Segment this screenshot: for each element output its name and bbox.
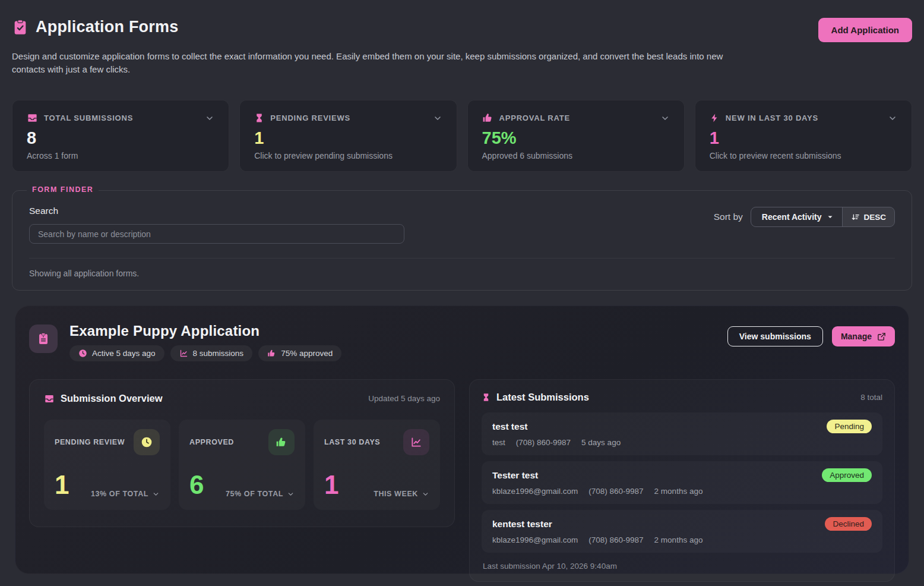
approved-badge: 75% approved (258, 345, 341, 361)
latest-title: Latest Submissions (496, 392, 589, 403)
inbox-icon (27, 112, 38, 124)
submission-meta-email: test (492, 438, 505, 447)
submission-meta-phone: (708) 860-9987 (588, 535, 643, 544)
mini-value: 6 (189, 472, 204, 498)
thumbs-up-icon (268, 429, 295, 455)
submissions-badge: 8 submissions (170, 345, 253, 361)
inbox-icon (44, 393, 55, 404)
thumbs-up-icon (482, 112, 493, 124)
stat-subtext: Approved 6 submissions (482, 151, 670, 160)
stat-card-new-last-30-days[interactable]: NEW IN LAST 30 DAYS 1 Click to preview r… (695, 100, 912, 172)
stat-card-total-submissions[interactable]: TOTAL SUBMISSIONS 8 Across 1 form (12, 100, 229, 172)
active-badge: Active 5 days ago (69, 345, 164, 361)
submission-meta-time: 2 months ago (654, 487, 703, 496)
stat-card-approval-rate[interactable]: APPROVAL RATE 75% Approved 6 submissions (467, 100, 685, 172)
search-block: Search (29, 206, 404, 244)
stat-label: TOTAL SUBMISSIONS (44, 114, 133, 122)
finder-status-text: Showing all application forms. (29, 269, 895, 278)
status-badge: Pending (827, 420, 872, 433)
thumbs-up-icon (267, 349, 276, 358)
submission-meta-email: kblaze1996@gmail.com (492, 487, 578, 496)
view-submissions-button[interactable]: View submissions (727, 326, 823, 346)
form-finder-legend: FORM FINDER (27, 185, 99, 194)
search-input[interactable] (29, 224, 404, 244)
add-application-button[interactable]: Add Application (818, 18, 912, 42)
submission-name: test test (492, 421, 527, 432)
stat-card-pending-reviews[interactable]: PENDING REVIEWS 1 Click to preview pendi… (239, 100, 457, 172)
sort-controls: Sort by Recent Activity DESC (714, 207, 895, 227)
chevron-down-icon[interactable] (205, 114, 214, 123)
chevron-down-icon (152, 490, 160, 498)
form-finder-section: FORM FINDER Search Sort by Recent Activi… (12, 190, 912, 291)
mini-label: LAST 30 DAYS (324, 438, 380, 446)
clipboard-check-icon (12, 19, 29, 36)
submission-meta-time: 2 months ago (654, 535, 703, 544)
application-forms-page: { "colors": { "accent_pink": "#ee72bd", … (0, 0, 924, 586)
clipboard-list-icon (29, 324, 58, 353)
submission-row[interactable]: Tester test Approved kblaze1996@gmail.co… (482, 461, 882, 504)
sort-direction-button[interactable]: DESC (842, 207, 894, 226)
chevron-down-icon[interactable] (660, 114, 670, 123)
stats-row: TOTAL SUBMISSIONS 8 Across 1 form PENDIN… (12, 100, 912, 172)
overview-updated: Updated 5 days ago (368, 394, 440, 403)
chevron-down-icon (287, 490, 295, 498)
chevron-down-icon (422, 490, 429, 498)
mini-card-approved: APPROVED 6 75% OF TOTAL (179, 420, 305, 510)
hourglass-icon (482, 392, 491, 402)
page-header: Application Forms Add Application (12, 18, 912, 42)
form-title: Example Puppy Application (69, 323, 341, 339)
chevron-down-icon[interactable] (433, 114, 442, 123)
sort-descending-icon (851, 213, 860, 222)
hourglass-icon (254, 112, 264, 124)
mini-caption-dropdown[interactable]: THIS WEEK (374, 490, 429, 498)
mini-label: APPROVED (189, 438, 234, 446)
latest-submissions-panel: Latest Submissions 8 total test test Pen… (469, 379, 895, 582)
stat-value: 8 (27, 128, 214, 148)
submission-row[interactable]: kentest tester Declined kblaze1996@gmail… (482, 510, 882, 553)
title-row: Application Forms (12, 18, 178, 36)
page-description: Design and customize application forms t… (12, 50, 757, 76)
form-card-example-puppy-application: Example Puppy Application Active 5 days … (15, 305, 909, 574)
submission-name: kentest tester (492, 519, 552, 530)
mini-caption-dropdown[interactable]: 13% OF TOTAL (91, 490, 160, 498)
submission-meta-phone: (708) 860-9987 (588, 487, 643, 496)
mini-value: 1 (324, 472, 338, 498)
lightning-icon (710, 112, 720, 124)
stat-label: PENDING REVIEWS (270, 114, 350, 122)
mini-card-last-30-days: LAST 30 DAYS 1 THIS WEEK (314, 420, 440, 510)
chart-line-icon (403, 429, 429, 455)
chart-line-icon (179, 349, 188, 358)
page-title: Application Forms (36, 18, 178, 36)
latest-total: 8 total (860, 393, 882, 402)
clock-icon (78, 349, 87, 358)
external-link-icon (877, 332, 886, 341)
mini-card-pending-review: PENDING REVIEW 1 13% OF TOTAL (44, 420, 170, 510)
last-submission-footer: Last submission Apr 10, 2026 9:40am (482, 562, 882, 571)
search-label: Search (29, 206, 58, 216)
submission-name: Tester test (492, 470, 538, 481)
stat-subtext: Across 1 form (27, 151, 214, 160)
status-badge: Declined (825, 517, 872, 531)
stat-label: NEW IN LAST 30 DAYS (726, 114, 818, 122)
sort-by-label: Sort by (714, 212, 743, 222)
submission-row[interactable]: test test Pending test (708) 860-9987 5 … (482, 412, 882, 455)
clock-icon (134, 429, 160, 455)
chevron-down-icon[interactable] (888, 114, 897, 123)
submission-overview-panel: Submission Overview Updated 5 days ago P… (29, 379, 455, 527)
sort-field-select[interactable]: Recent Activity (751, 207, 843, 226)
overview-title: Submission Overview (61, 393, 162, 404)
stat-value: 1 (710, 128, 897, 148)
stat-value: 75% (482, 128, 670, 148)
status-badge: Approved (822, 468, 872, 482)
mini-value: 1 (55, 472, 69, 498)
submission-meta-email: kblaze1996@gmail.com (492, 535, 578, 544)
mini-caption-dropdown[interactable]: 75% OF TOTAL (226, 490, 295, 498)
manage-button[interactable]: Manage (832, 326, 895, 346)
stat-value: 1 (254, 128, 442, 148)
submission-meta-time: 5 days ago (581, 438, 621, 447)
stat-label: APPROVAL RATE (499, 114, 570, 122)
form-badges: Active 5 days ago 8 submissions (69, 345, 341, 361)
mini-label: PENDING REVIEW (55, 438, 125, 446)
stat-subtext: Click to preview pending submissions (254, 151, 442, 160)
divider (29, 258, 895, 259)
